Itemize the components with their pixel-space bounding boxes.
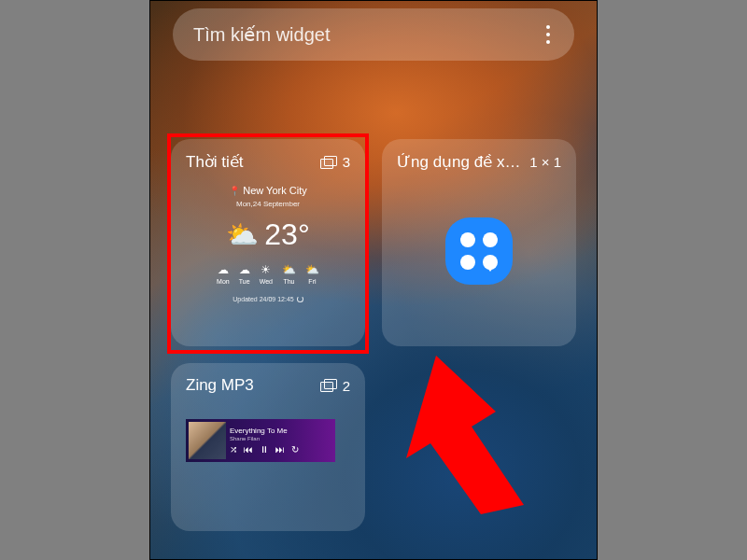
widget-title: Thời tiết — [186, 152, 244, 172]
widget-title: Zing MP3 — [186, 376, 254, 395]
weather-location: 📍 New York City — [229, 185, 306, 196]
album-art — [189, 422, 226, 459]
widget-preview — [397, 181, 561, 321]
suggested-apps-icon — [445, 217, 513, 285]
widget-count-badge: 2 — [320, 378, 350, 394]
music-player-preview: Everything To Me Shane Filan ⤮ ⏮ ⏸ ⏭ ↻ — [186, 419, 335, 462]
forecast-row: ☁Mon ☁Tue ☀Wed ⛅Thu ⛅Fri — [217, 263, 319, 285]
widget-size-label: 1 × 1 — [529, 154, 561, 170]
widget-title: Ứng dụng đề x… — [397, 152, 520, 172]
search-bar[interactable]: Tìm kiếm widget — [173, 8, 574, 61]
widget-count: 3 — [343, 154, 350, 170]
widgets-grid: Thời tiết 3 📍 New York City Mon,24 Septe… — [171, 139, 576, 531]
widget-header: Ứng dụng đề x… 1 × 1 — [397, 152, 561, 172]
refresh-icon — [297, 296, 303, 302]
widget-count: 2 — [343, 378, 350, 394]
forecast-day: ⛅Fri — [305, 263, 319, 285]
stack-icon — [320, 379, 337, 392]
weather-widget-card[interactable]: Thời tiết 3 📍 New York City Mon,24 Septe… — [171, 139, 365, 346]
forecast-day: ☀Wed — [260, 263, 273, 285]
forecast-day: ⛅Thu — [282, 263, 296, 285]
weather-updated: Updated 24/09 12:45 — [233, 296, 303, 302]
weather-date: Mon,24 September — [236, 200, 300, 208]
chevron-down-icon — [485, 264, 496, 272]
shuffle-icon: ⤮ — [230, 444, 237, 455]
more-menu-icon[interactable] — [543, 25, 554, 44]
song-title: Everything To Me — [230, 427, 332, 435]
widget-count-badge: 3 — [320, 154, 350, 170]
zing-mp3-widget-card[interactable]: Zing MP3 2 Everything To Me Shane Filan … — [171, 363, 365, 531]
next-icon: ⏭ — [275, 444, 285, 455]
weather-current: ⛅ 23° — [226, 217, 309, 252]
pause-icon: ⏸ — [260, 444, 269, 455]
weather-preview: 📍 New York City Mon,24 September ⛅ 23° ☁… — [186, 181, 350, 302]
search-placeholder: Tìm kiếm widget — [193, 23, 543, 46]
previous-icon: ⏮ — [244, 444, 253, 455]
weather-condition-icon: ⛅ — [226, 219, 259, 250]
player-controls: ⤮ ⏮ ⏸ ⏭ ↻ — [230, 444, 332, 455]
location-pin-icon: 📍 — [229, 186, 240, 196]
widget-picker-screen: Tìm kiếm widget Thời tiết 3 📍 New York C… — [149, 0, 598, 560]
forecast-day: ☁Tue — [239, 263, 250, 285]
song-artist: Shane Filan — [230, 436, 332, 441]
widget-header: Zing MP3 2 — [186, 376, 350, 395]
forecast-day: ☁Mon — [217, 263, 230, 285]
widget-header: Thời tiết 3 — [186, 152, 350, 172]
suggested-apps-widget-card[interactable]: Ứng dụng đề x… 1 × 1 — [382, 139, 576, 346]
stack-icon — [320, 156, 337, 169]
repeat-icon: ↻ — [291, 444, 299, 455]
weather-temperature: 23° — [264, 217, 309, 252]
